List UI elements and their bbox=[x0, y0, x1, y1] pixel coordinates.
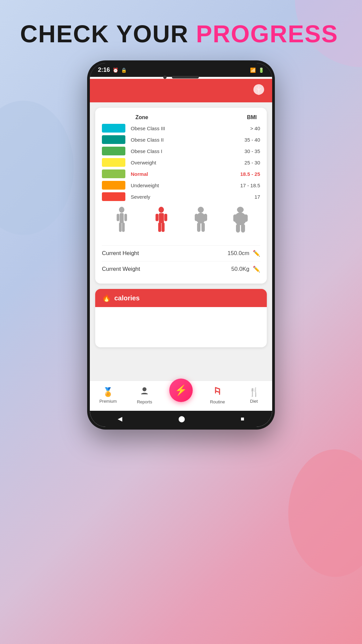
diet-icon: 🍴 bbox=[249, 387, 259, 397]
svg-rect-14 bbox=[195, 214, 198, 221]
weight-value-group: 50.0Kg ✏️ bbox=[231, 265, 260, 273]
lock-icon: 🔒 bbox=[121, 67, 127, 73]
phone-frame: 2:16 ⏰ 🔒 📶 🔋 bbox=[87, 60, 275, 430]
bmi-zone-normal: Normal bbox=[131, 171, 237, 177]
bmi-row-obese1: Obese Class I 30 - 35 bbox=[102, 147, 260, 155]
bmi-zone-severely: Severely bbox=[131, 194, 237, 200]
svg-rect-21 bbox=[244, 214, 248, 222]
svg-point-0 bbox=[119, 207, 124, 213]
svg-rect-4 bbox=[119, 222, 122, 232]
bmi-zone-underweight: Underweight bbox=[131, 183, 237, 188]
battery-icon: 🔋 bbox=[258, 67, 264, 73]
svg-rect-3 bbox=[124, 214, 127, 221]
bmi-zone-obese3: Obese Class III bbox=[131, 126, 237, 131]
status-bar: 2:16 ⏰ 🔒 📶 🔋 bbox=[90, 63, 272, 77]
title-highlight: PROGRESS bbox=[196, 20, 338, 47]
phone-screen: 2:16 ⏰ 🔒 📶 🔋 bbox=[90, 63, 272, 427]
diet-label: Diet bbox=[250, 399, 258, 404]
bmi-color-obese1 bbox=[102, 147, 125, 155]
bmi-zone-obese2: Obese Class II bbox=[131, 137, 237, 143]
svg-line-27 bbox=[216, 388, 220, 389]
premium-label: Premium bbox=[99, 399, 117, 404]
premium-icon: 🏅 bbox=[103, 387, 113, 397]
svg-rect-15 bbox=[204, 214, 207, 221]
svg-line-28 bbox=[216, 391, 220, 392]
app-content: Zone BMI Obese Class III > 40 Obese Clas… bbox=[90, 102, 272, 381]
bmi-zone-overweight: Overweight bbox=[131, 160, 237, 165]
svg-point-18 bbox=[237, 207, 244, 213]
routine-icon bbox=[213, 386, 222, 398]
calories-title: calories bbox=[114, 294, 140, 302]
bmi-color-normal bbox=[102, 169, 125, 178]
edit-weight-icon[interactable]: ✏️ bbox=[253, 265, 260, 273]
bmi-color-overweight bbox=[102, 158, 125, 167]
nav-reports[interactable]: Reports bbox=[126, 386, 163, 404]
height-label: Current Height bbox=[102, 250, 139, 257]
svg-rect-1 bbox=[120, 213, 124, 223]
notch bbox=[90, 76, 272, 79]
app-header bbox=[90, 79, 272, 102]
bmi-val-obese2: 35 - 40 bbox=[237, 137, 260, 143]
page-title: CHECK YOUR PROGRESS bbox=[20, 20, 338, 48]
svg-rect-16 bbox=[197, 222, 200, 232]
recent-button[interactable]: ■ bbox=[241, 415, 244, 423]
svg-rect-2 bbox=[117, 214, 119, 221]
alarm-icon: ⏰ bbox=[113, 67, 118, 73]
bmi-col-zone-header: Zone bbox=[135, 114, 148, 120]
bottom-nav: 🏅 Premium Reports ⚡ bbox=[90, 381, 272, 411]
svg-rect-20 bbox=[233, 214, 237, 222]
nav-premium[interactable]: 🏅 Premium bbox=[90, 387, 126, 404]
height-value: 150.0cm bbox=[228, 250, 249, 257]
bmi-row-obese2: Obese Class II 35 - 40 bbox=[102, 135, 260, 144]
bmi-row-overweight: Overweight 25 - 30 bbox=[102, 158, 260, 167]
nav-routine[interactable]: Routine bbox=[199, 386, 236, 404]
title-text: CHECK YOUR bbox=[20, 20, 196, 47]
status-icons-right: 📶 🔋 bbox=[250, 67, 264, 73]
body-silhouettes bbox=[102, 206, 260, 240]
bg-decoration-right bbox=[288, 449, 362, 577]
svg-point-12 bbox=[198, 207, 204, 213]
bmi-zone-obese1: Obese Class I bbox=[131, 148, 237, 154]
svg-rect-7 bbox=[159, 213, 164, 223]
bmi-val-obese1: 30 - 35 bbox=[237, 148, 260, 154]
status-time: 2:16 bbox=[98, 66, 110, 73]
notch-camera bbox=[163, 76, 167, 79]
weight-label: Current Weight bbox=[102, 266, 140, 273]
bmi-val-obese3: > 40 bbox=[237, 126, 260, 131]
bmi-col-bmi-header: BMI bbox=[247, 114, 257, 120]
bmi-card: Zone BMI Obese Class III > 40 Obese Clas… bbox=[95, 108, 267, 284]
fab-lightning-icon: ⚡ bbox=[175, 384, 187, 396]
svg-rect-8 bbox=[156, 214, 159, 221]
bmi-val-underweight: 17 - 18.5 bbox=[237, 183, 260, 188]
bg-decoration-left bbox=[0, 101, 74, 235]
calories-card: 🔥 calories bbox=[95, 289, 267, 347]
svg-rect-11 bbox=[162, 222, 165, 232]
silhouette-thin bbox=[113, 206, 131, 240]
height-row: Current Height 150.0cm ✏️ bbox=[102, 245, 260, 261]
svg-rect-10 bbox=[158, 222, 161, 232]
nav-diet[interactable]: 🍴 Diet bbox=[236, 387, 272, 404]
bmi-table-header: Zone BMI bbox=[102, 114, 260, 120]
back-button[interactable]: ◀ bbox=[118, 415, 122, 423]
nav-fab[interactable]: ⚡ bbox=[169, 379, 193, 402]
bmi-row-underweight: Underweight 17 - 18.5 bbox=[102, 181, 260, 190]
fire-icon: 🔥 bbox=[102, 294, 111, 302]
android-nav: ◀ ⬤ ■ bbox=[90, 411, 272, 427]
reports-label: Reports bbox=[137, 399, 152, 404]
weight-row: Current Weight 50.0Kg ✏️ bbox=[102, 261, 260, 277]
bmi-val-normal: 18.5 - 25 bbox=[237, 171, 260, 177]
bmi-color-obese3 bbox=[102, 124, 125, 133]
silhouette-overweight bbox=[192, 206, 210, 240]
bmi-val-overweight: 25 - 30 bbox=[237, 160, 260, 165]
edit-height-icon[interactable]: ✏️ bbox=[253, 250, 260, 257]
svg-point-24 bbox=[142, 387, 146, 391]
bmi-color-obese2 bbox=[102, 135, 125, 144]
signal-icon: 📶 bbox=[250, 67, 256, 73]
bmi-val-severely: 17 bbox=[237, 194, 260, 200]
notch-speaker bbox=[172, 76, 199, 79]
svg-rect-5 bbox=[122, 222, 125, 232]
silhouette-obese bbox=[231, 206, 250, 240]
home-button[interactable]: ⬤ bbox=[178, 415, 185, 423]
bmi-color-severely bbox=[102, 192, 125, 201]
bmi-row-obese3: Obese Class III > 40 bbox=[102, 124, 260, 133]
